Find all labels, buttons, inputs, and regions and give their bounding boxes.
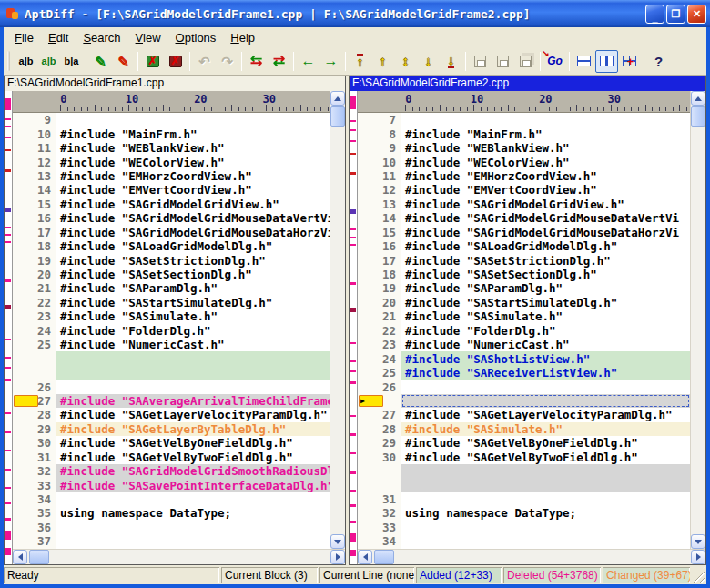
code-row[interactable]: 15#include "SAGridModelGridView.h" — [13, 198, 330, 211]
code-row[interactable]: 14#include "SAGridModelGridMouseDataVert… — [358, 211, 690, 225]
horizontal-scrollbar-right[interactable] — [358, 549, 705, 564]
code-row[interactable]: 19#include "SASetStrictionDlg.h" — [13, 253, 330, 267]
code-row[interactable]: 27#include "SAGetLayerVelocityParamDlg.h… — [358, 408, 690, 421]
code-row[interactable]: 16#include "SAGridModelGridMouseDataVert… — [13, 211, 330, 225]
code-row[interactable]: 26 — [13, 380, 330, 393]
diff-overview-map-right[interactable] — [350, 91, 358, 564]
view-horizontal-split-button[interactable] — [573, 50, 595, 73]
code-row[interactable]: 12#include "WEColorView.h" — [13, 155, 330, 168]
code-row[interactable]: 30#include "SAGetVelByOneFieldDlg.h" — [13, 436, 330, 450]
code-row[interactable]: 22#include "FolderDlg.h" — [358, 324, 690, 338]
horizontal-scroll-thumb[interactable] — [374, 550, 394, 564]
delete-right-block-button[interactable]: ✗ — [164, 50, 187, 73]
copy-block-right-button[interactable]: ⇄ — [268, 50, 290, 73]
code-row[interactable]: 31 — [358, 492, 690, 506]
scroll-right-button[interactable] — [330, 550, 345, 564]
toolbar-grip[interactable] — [7, 51, 10, 71]
code-row[interactable]: 31#include "SAGetVelByTwoFieldDlg.h" — [13, 451, 330, 464]
code-row[interactable]: 32#include "SAGridModelGridSmoothRadious… — [13, 464, 330, 478]
code-row[interactable]: 17#include "SAGridModelGridMouseDataHorz… — [13, 226, 330, 239]
edit-left-button[interactable]: ✎ — [89, 50, 112, 73]
copy-block-left-button[interactable]: ⇆ — [245, 50, 268, 73]
save-both-button[interactable] — [514, 50, 537, 73]
vertical-scroll-thumb[interactable] — [691, 106, 705, 127]
code-row[interactable]: 13#include "SAGridModelGridView.h" — [358, 198, 690, 211]
code-row[interactable]: 10#include "WEColorView.h" — [358, 155, 690, 168]
placeholder-row[interactable] — [358, 478, 690, 492]
resize-grip[interactable] — [692, 567, 705, 583]
prev-pane-button[interactable]: ← — [297, 50, 320, 73]
vertical-scrollbar-left[interactable] — [330, 91, 345, 549]
first-diff-button[interactable]: ↑ — [349, 50, 371, 73]
code-row[interactable]: 18#include "SALoadGridModelDlg.h" — [13, 239, 330, 253]
prev-diff-button[interactable]: ↑ — [371, 50, 394, 73]
vertical-scroll-thumb[interactable] — [330, 106, 345, 127]
compare-ab-button[interactable]: a|b — [15, 50, 37, 73]
code-row[interactable]: 25#include "SAReceiverListView.h" — [358, 366, 690, 380]
code-row[interactable]: 23#include "SASimulate.h" — [13, 309, 330, 323]
code-row[interactable]: 18#include "SASetSectionDlg.h" — [358, 268, 690, 281]
code-row[interactable]: 34 — [358, 534, 690, 548]
redo-button[interactable]: ↷ — [216, 50, 238, 73]
code-row[interactable]: 16#include "SALoadGridModelDlg.h" — [358, 239, 690, 253]
code-row[interactable]: 29#include "SAGetVelByOneFieldDlg.h" — [358, 436, 690, 450]
code-row[interactable]: 24#include "FolderDlg.h" — [13, 324, 330, 338]
scroll-track[interactable] — [394, 550, 691, 564]
undo-button[interactable]: ↶ — [193, 50, 216, 73]
code-row[interactable]: 9 — [13, 113, 330, 127]
code-row[interactable]: 20#include "SAStartSimulateDlg.h" — [358, 296, 690, 309]
view-grid-button[interactable] — [618, 50, 641, 73]
maximize-button[interactable]: ❐ — [666, 5, 685, 24]
scroll-down-button[interactable] — [691, 534, 705, 549]
code-row[interactable]: 32using namespace DataType; — [358, 506, 690, 520]
code-row[interactable]: 11#include "WEBlankView.h" — [13, 141, 330, 155]
code-row[interactable]: 19#include "SAParamDlg.h" — [358, 281, 690, 295]
scroll-down-button[interactable] — [330, 534, 345, 549]
code-row[interactable]: 7 — [358, 113, 690, 127]
code-row[interactable]: 33 — [358, 521, 690, 534]
code-row[interactable]: 21#include "SASimulate.h" — [358, 309, 690, 323]
code-row[interactable]: 36 — [13, 521, 330, 534]
code-row[interactable]: 28#include "SAGetLayerVelocityParamDlg.h… — [13, 408, 330, 421]
code-row[interactable]: 15#include "SAGridModelGridMouseDataHorz… — [358, 226, 690, 239]
scroll-track[interactable] — [330, 127, 345, 534]
next-pane-button[interactable]: → — [320, 50, 342, 73]
code-row[interactable]: 30#include "SAGetVelByTwoFieldDlg.h" — [358, 451, 690, 464]
code-row[interactable]: 34 — [13, 492, 330, 506]
code-row[interactable]: 35using namespace DataType; — [13, 506, 330, 520]
code-row[interactable]: 12#include "EMVertCoordView.h" — [358, 183, 690, 197]
recompare-button[interactable]: a|b — [37, 50, 60, 73]
menu-search[interactable]: Search — [76, 28, 127, 47]
code-row[interactable]: 28#include "SASimulate.h" — [358, 422, 690, 436]
code-row[interactable]: 24#include "SAShotListView.h" — [358, 351, 690, 365]
menu-edit[interactable]: Edit — [41, 28, 76, 47]
scroll-up-button[interactable] — [330, 91, 345, 106]
scroll-track[interactable] — [691, 127, 705, 534]
horizontal-scrollbar-left[interactable] — [13, 549, 345, 564]
placeholder-row[interactable] — [358, 394, 690, 408]
placeholder-row[interactable] — [13, 366, 330, 380]
goto-button[interactable]: Go — [543, 50, 566, 73]
delete-left-block-button[interactable]: ✗ — [141, 50, 164, 73]
scroll-up-button[interactable] — [691, 91, 705, 106]
code-row[interactable]: 20#include "SASetSectionDlg.h" — [13, 268, 330, 281]
save-right-button[interactable] — [492, 50, 514, 73]
help-button[interactable]: ? — [647, 50, 670, 73]
horizontal-scroll-thumb[interactable] — [29, 550, 49, 564]
code-row[interactable]: 37 — [13, 534, 330, 548]
menu-view[interactable]: View — [128, 28, 168, 47]
menu-file[interactable]: File — [7, 28, 41, 47]
code-row[interactable]: 11#include "EMHorzCoordView.h" — [358, 169, 690, 183]
code-row[interactable]: 13#include "EMHorzCoordView.h" — [13, 169, 330, 183]
scroll-left-button[interactable] — [13, 550, 27, 564]
next-diff-button[interactable]: ↓ — [417, 50, 440, 73]
code-row[interactable]: 23#include "NumericCast.h" — [358, 338, 690, 351]
scroll-left-button[interactable] — [358, 550, 372, 564]
code-row[interactable]: 26 — [358, 380, 690, 393]
diff-overview-map-left[interactable] — [5, 91, 13, 564]
minimize-button[interactable]: _ — [645, 5, 664, 24]
code-row[interactable]: 8#include "MainFrm.h" — [358, 127, 690, 140]
code-row[interactable]: 21#include "SAParamDlg.h" — [13, 281, 330, 295]
save-left-button[interactable] — [469, 50, 492, 73]
scroll-track[interactable] — [49, 550, 330, 564]
